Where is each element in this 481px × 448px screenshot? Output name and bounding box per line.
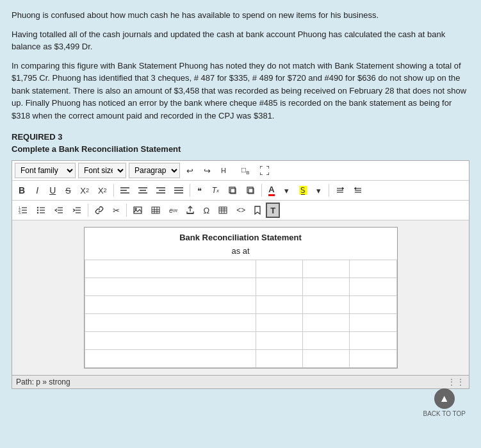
separator3 bbox=[261, 184, 262, 197]
unlink-button[interactable]: ✂ bbox=[109, 203, 124, 218]
svg-rect-43 bbox=[152, 207, 159, 213]
align-justify-button[interactable] bbox=[170, 183, 187, 198]
formula-button[interactable]: eiπ bbox=[165, 203, 181, 218]
ordered-list-button[interactable]: 1.2.3. bbox=[15, 203, 31, 218]
strikethrough-button[interactable]: S bbox=[61, 183, 75, 198]
table-cell bbox=[85, 278, 256, 296]
font-size-select[interactable]: Font size bbox=[78, 163, 126, 178]
resize-handle[interactable]: ⋮⋮ bbox=[447, 377, 465, 387]
image-button[interactable] bbox=[129, 203, 146, 218]
table-row bbox=[85, 278, 396, 296]
back-to-top-button[interactable]: ▲ BACK TO TOP bbox=[423, 388, 466, 417]
table-cell bbox=[85, 296, 256, 314]
status-bar: Path: p » strong ⋮⋮ bbox=[12, 375, 469, 388]
redo-button[interactable]: ↪ bbox=[200, 163, 215, 178]
highlight-dropdown[interactable]: ▾ bbox=[312, 183, 326, 198]
align-center-button[interactable] bbox=[135, 183, 151, 198]
hr-button[interactable] bbox=[215, 203, 231, 218]
table-cell bbox=[85, 260, 256, 278]
table-cell bbox=[256, 332, 303, 350]
bold-button[interactable]: B bbox=[15, 183, 29, 198]
table-wrapper: Bank Reconciliation Statement as at bbox=[84, 227, 398, 369]
paragraph3: In comparing this figure with Bank State… bbox=[12, 60, 469, 122]
align-left-button[interactable] bbox=[117, 183, 133, 198]
blockquote-button[interactable]: ❝ bbox=[193, 183, 207, 198]
back-to-top-circle[interactable]: ▲ bbox=[434, 388, 455, 409]
copy-style-button[interactable] bbox=[224, 183, 241, 198]
rtl-button[interactable] bbox=[350, 183, 366, 198]
superscript-button[interactable]: X2 bbox=[94, 183, 111, 198]
sub-heading: Complete a Bank Reconciliation Statement bbox=[12, 144, 469, 154]
separator4 bbox=[329, 184, 329, 197]
paste-style-button[interactable] bbox=[242, 183, 259, 198]
page-container: Phuong is confused about how much cash h… bbox=[0, 0, 481, 448]
svg-rect-15 bbox=[247, 187, 253, 193]
svg-text:3.: 3. bbox=[19, 211, 21, 215]
table-subtitle: as at bbox=[85, 245, 397, 260]
table-row bbox=[85, 332, 396, 350]
table-cell bbox=[256, 296, 303, 314]
separator2 bbox=[190, 184, 190, 197]
paragraph2: Having totalled all of the cash journals… bbox=[12, 28, 469, 53]
path-label: Path: p » strong bbox=[16, 377, 70, 386]
remove-format-button[interactable]: Tx bbox=[208, 183, 223, 198]
separator6 bbox=[126, 204, 127, 217]
table-cell bbox=[303, 350, 350, 368]
underline-button[interactable]: U bbox=[45, 183, 60, 198]
table-cell bbox=[85, 332, 256, 350]
table-cell bbox=[350, 278, 396, 296]
font-family-select[interactable]: Font family bbox=[15, 163, 76, 178]
toolbar-row2: B I U S X2 X2 ❝ Tx bbox=[12, 181, 469, 201]
table-insert-button[interactable] bbox=[147, 203, 164, 218]
editor-body[interactable]: Bank Reconciliation Statement as at bbox=[12, 220, 469, 375]
table-cell bbox=[85, 350, 256, 368]
highlight-button[interactable]: S̲ bbox=[295, 183, 311, 198]
bookmark-button[interactable] bbox=[250, 203, 265, 218]
table-cell bbox=[303, 332, 350, 350]
svg-point-33 bbox=[37, 212, 38, 213]
table-cell bbox=[350, 296, 396, 314]
separator1 bbox=[113, 184, 114, 197]
font-color-dropdown[interactable]: ▾ bbox=[280, 183, 294, 198]
fullscreen-button[interactable] bbox=[256, 163, 273, 178]
table-cell bbox=[256, 260, 303, 278]
code-button[interactable]: <> bbox=[232, 203, 249, 218]
font-color-button[interactable]: A bbox=[265, 183, 279, 198]
table-cell bbox=[256, 314, 303, 332]
editor-container: Font family Font size Paragraph ↩ ↪ H □B bbox=[12, 160, 469, 389]
blocks-button[interactable]: □B bbox=[238, 163, 254, 178]
table-row bbox=[85, 350, 396, 368]
align-right-button[interactable] bbox=[152, 183, 169, 198]
table-cell bbox=[85, 314, 256, 332]
reconciliation-table bbox=[85, 260, 397, 368]
source-button[interactable]: H bbox=[217, 163, 235, 178]
required-heading: REQUIRED 3 bbox=[12, 132, 469, 142]
page-footer: ▲ BACK TO TOP bbox=[12, 389, 469, 421]
svg-text:H: H bbox=[221, 167, 226, 174]
svg-point-29 bbox=[37, 207, 38, 208]
special-chars-button[interactable]: Ω bbox=[199, 203, 213, 218]
indent-button[interactable] bbox=[69, 203, 85, 218]
table-cell bbox=[350, 350, 396, 368]
link-button[interactable] bbox=[91, 203, 108, 218]
textbox-button[interactable]: T bbox=[266, 203, 280, 218]
undo-button[interactable]: ↩ bbox=[183, 163, 197, 178]
italic-button[interactable]: I bbox=[30, 183, 44, 198]
table-cell bbox=[303, 278, 350, 296]
table-cell bbox=[303, 296, 350, 314]
subscript-button[interactable]: X2 bbox=[76, 183, 93, 198]
ltr-button[interactable] bbox=[332, 183, 348, 198]
toolbar-row1: Font family Font size Paragraph ↩ ↪ H □B bbox=[12, 161, 469, 181]
table-row bbox=[85, 296, 396, 314]
unordered-list-button[interactable] bbox=[33, 203, 49, 218]
table-title: Bank Reconciliation Statement bbox=[85, 228, 397, 245]
table-cell bbox=[350, 260, 396, 278]
paragraph-select[interactable]: Paragraph bbox=[129, 163, 180, 178]
table-cell bbox=[256, 350, 303, 368]
outdent-button[interactable] bbox=[51, 203, 67, 218]
table-row bbox=[85, 260, 396, 278]
back-to-top-label: BACK TO TOP bbox=[423, 410, 466, 417]
paragraph1: Phuong is confused about how much cash h… bbox=[12, 9, 469, 22]
table-cell bbox=[303, 314, 350, 332]
upload-button[interactable] bbox=[183, 203, 198, 218]
